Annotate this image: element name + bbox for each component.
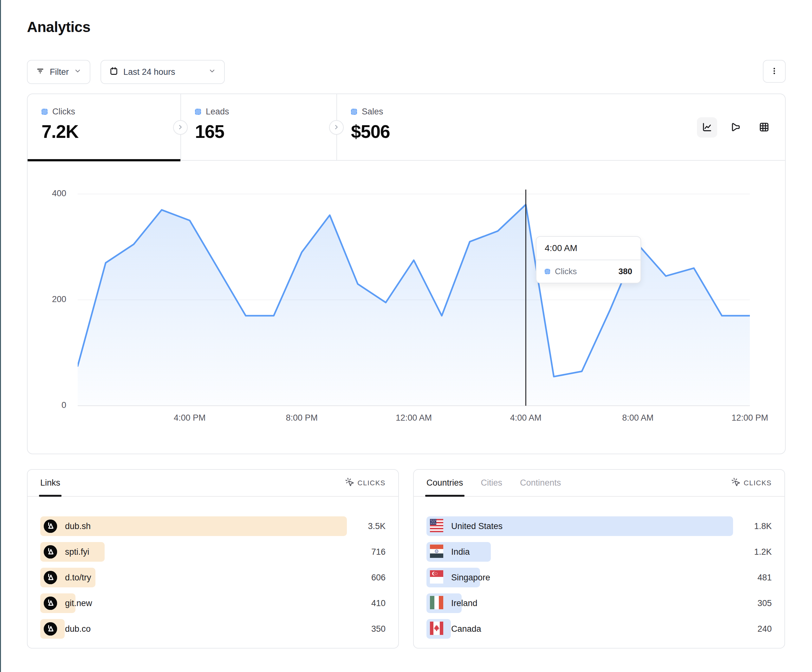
country-label: United States <box>451 522 503 531</box>
flag-ie-icon <box>430 596 443 611</box>
clicks-area-chart-svg[interactable] <box>78 180 750 406</box>
country-value: 1.2K <box>754 542 772 562</box>
chevron-right-icon <box>177 124 184 131</box>
link-label: d.to/try <box>65 573 91 583</box>
links-panel-header: Links CLICKS <box>27 470 398 497</box>
stat-tab-leads[interactable]: Leads165 <box>181 94 336 160</box>
country-value: 305 <box>757 594 772 613</box>
tab-continents[interactable]: Continents <box>520 470 561 496</box>
calendar-icon <box>109 67 118 78</box>
filter-icon <box>36 67 45 78</box>
clicks-legend-swatch <box>545 269 550 274</box>
link-row[interactable]: dub.co350 <box>40 619 386 639</box>
stat-label: Leads <box>206 107 229 117</box>
link-value: 3.5K <box>368 516 386 536</box>
geo-metric-label: CLICKS <box>744 479 772 487</box>
tooltip-series-row: Clicks 380 <box>536 260 640 283</box>
row-content: United States <box>430 516 503 536</box>
funnel-chart-icon <box>730 122 741 133</box>
funnel-chart-view-button[interactable] <box>725 117 746 138</box>
tab-cities[interactable]: Cities <box>481 470 503 496</box>
date-range-label: Last 24 hours <box>123 67 175 77</box>
dub-logo-icon <box>44 545 57 559</box>
country-row[interactable]: Ireland305 <box>426 594 772 613</box>
country-value: 481 <box>757 568 772 587</box>
row-content: spti.fyi <box>44 542 89 562</box>
link-label: dub.sh <box>65 522 91 531</box>
country-label: Ireland <box>451 599 478 608</box>
stat-value: 7.2K <box>41 121 181 142</box>
more-options-button[interactable] <box>763 60 786 83</box>
chart-view-switcher <box>697 117 774 138</box>
country-row[interactable]: India1.2K <box>426 542 772 562</box>
country-label: Singapore <box>451 573 490 583</box>
analytics-page: Analytics Filter Last 24 hours Clicks7.2… <box>0 0 812 672</box>
tooltip-series-label: Clicks <box>555 266 577 276</box>
x-axis-tick-label: 12:00 PM <box>725 413 775 423</box>
link-row[interactable]: d.to/try606 <box>40 568 386 587</box>
country-row[interactable]: Canada240 <box>426 619 772 639</box>
filter-button[interactable]: Filter <box>27 60 90 84</box>
chart-area-fill <box>78 205 750 406</box>
flag-in-icon <box>430 544 443 559</box>
page-edge-strip <box>0 0 1 672</box>
dub-logo-icon <box>44 545 57 559</box>
link-value: 606 <box>371 568 386 587</box>
stat-tab-clicks[interactable]: Clicks7.2K <box>27 94 181 160</box>
filter-button-label: Filter <box>50 67 69 77</box>
country-label: India <box>451 547 470 557</box>
stat-label: Sales <box>362 107 383 117</box>
dub-logo-icon <box>44 571 57 584</box>
x-axis-tick-label: 4:00 AM <box>500 413 551 423</box>
y-axis-tick-label: 0 <box>31 400 66 410</box>
link-label: dub.co <box>65 624 91 634</box>
x-axis-tick-label: 8:00 AM <box>612 413 663 423</box>
row-content: git.new <box>44 594 92 613</box>
geo-metric-badge[interactable]: CLICKS <box>731 478 772 489</box>
stat-value: 165 <box>195 121 336 142</box>
tooltip-time: 4:00 AM <box>536 237 640 260</box>
geo-panel-header: CountriesCitiesContinents CLICKS <box>414 470 785 497</box>
legend-swatch <box>351 109 357 115</box>
row-content: Singapore <box>430 568 490 587</box>
links-metric-badge[interactable]: CLICKS <box>345 478 386 489</box>
line-chart-icon <box>702 122 713 133</box>
y-axis-tick-label: 200 <box>31 295 66 304</box>
expand-stat-button[interactable] <box>329 120 344 135</box>
link-value: 716 <box>371 542 386 562</box>
country-label: Canada <box>451 624 481 634</box>
flag-ca-icon <box>430 622 443 636</box>
table-grid-view-button[interactable] <box>754 117 774 138</box>
stat-legend-row: Leads <box>195 107 336 117</box>
tab-countries[interactable]: Countries <box>426 470 463 496</box>
legend-swatch <box>41 109 48 115</box>
dub-logo-icon <box>44 571 57 584</box>
link-row[interactable]: git.new410 <box>40 594 386 613</box>
country-row[interactable]: United States1.8K <box>426 516 772 536</box>
links-list: dub.sh3.5Kspti.fyi716d.to/try606git.new4… <box>27 497 398 639</box>
geo-panel: CountriesCitiesContinents CLICKS United … <box>413 469 785 648</box>
expand-stat-button[interactable] <box>173 120 188 135</box>
row-content: dub.sh <box>44 516 91 536</box>
country-row[interactable]: Singapore481 <box>426 568 772 587</box>
row-content: India <box>430 542 470 562</box>
tooltip-series-value: 380 <box>619 266 632 276</box>
row-content: dub.co <box>44 619 91 639</box>
link-row[interactable]: dub.sh3.5K <box>40 516 386 536</box>
active-tab-underline <box>27 159 181 161</box>
stat-legend-row: Clicks <box>41 107 181 117</box>
dub-logo-icon <box>44 597 57 610</box>
dub-logo-icon <box>44 622 57 636</box>
kebab-menu-icon <box>770 67 779 77</box>
link-label: spti.fyi <box>65 547 89 557</box>
link-value: 350 <box>371 619 386 639</box>
page-title: Analytics <box>27 19 90 36</box>
link-label: git.new <box>65 599 92 608</box>
dub-logo-icon <box>44 597 57 610</box>
row-content: Canada <box>430 619 481 639</box>
tab-links[interactable]: Links <box>40 470 60 496</box>
line-chart-view-button[interactable] <box>697 117 717 138</box>
link-row[interactable]: spti.fyi716 <box>40 542 386 562</box>
date-range-button[interactable]: Last 24 hours <box>101 60 225 84</box>
dub-logo-icon <box>44 520 57 533</box>
